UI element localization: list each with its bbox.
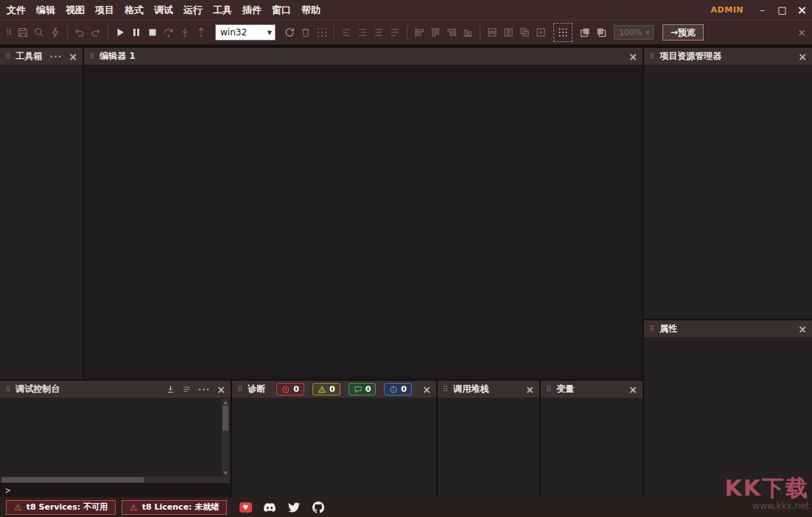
align-top-icon[interactable] (427, 24, 444, 41)
preview-button-label: →预览 (671, 27, 696, 39)
more-options-icon[interactable]: ··· (50, 53, 63, 60)
menu-edit[interactable]: 编辑 (36, 4, 55, 17)
clear-output-icon[interactable] (182, 384, 192, 394)
drag-handle-icon[interactable]: ⠿ (5, 52, 10, 60)
preview-button[interactable]: →预览 (662, 24, 704, 41)
undo-icon[interactable] (71, 24, 88, 41)
toolbox-close-icon[interactable]: × (69, 52, 77, 62)
menu-window[interactable]: 窗口 (272, 4, 291, 17)
stop-icon[interactable] (144, 24, 161, 41)
drag-handle-icon[interactable]: ⠿ (649, 325, 654, 333)
redo-icon[interactable] (88, 24, 104, 41)
drag-handle-icon[interactable]: ⠿ (5, 385, 10, 393)
align-right-icon[interactable] (444, 24, 460, 41)
save-icon[interactable] (15, 24, 31, 41)
drag-handle-icon[interactable]: ⠿ (89, 52, 94, 60)
same-height-icon[interactable] (500, 24, 517, 41)
flash-icon[interactable] (47, 24, 63, 41)
distribute-lines-1-icon[interactable] (338, 24, 354, 41)
search-icon[interactable] (31, 24, 47, 41)
editor-close-icon[interactable]: × (629, 52, 637, 62)
menu-debug[interactable]: 调试 (154, 4, 173, 17)
send-to-back-icon[interactable] (593, 24, 609, 41)
vertical-scrollbar[interactable]: ▲ ▼ (222, 398, 229, 476)
step-over-icon[interactable] (161, 24, 177, 41)
distribute-lines-3-icon[interactable] (371, 24, 387, 41)
refresh-icon[interactable] (281, 24, 298, 41)
github-link[interactable] (312, 501, 325, 514)
scroll-down-icon[interactable]: ▼ (222, 470, 229, 475)
project-explorer-panel: ⠿ 项目资源管理器 × (644, 48, 812, 319)
step-into-icon[interactable] (177, 24, 193, 41)
snap-grid-toggle[interactable] (553, 23, 573, 42)
info-icon (389, 385, 398, 394)
menu-bar: 文件 编辑 视图 项目 格式 调试 运行 工具 插件 窗口 帮助 (0, 4, 331, 17)
call-stack-header: ⠿ 调用堆栈 × (438, 381, 539, 398)
grid-dots-icon[interactable] (314, 24, 330, 41)
scrollbar-thumb[interactable] (223, 406, 228, 431)
toolbar-close-icon[interactable]: × (797, 27, 806, 38)
toolbar-separator (108, 26, 108, 39)
more-options-icon[interactable]: ··· (198, 386, 211, 393)
toolbar-separator (480, 26, 480, 39)
menu-file[interactable]: 文件 (7, 4, 26, 17)
toolbar-separator (407, 26, 407, 39)
menu-view[interactable]: 视图 (66, 4, 85, 17)
zoom-select[interactable]: 100% ▼ (614, 25, 654, 40)
admin-account-label[interactable]: ADMIN (711, 5, 743, 15)
scrollbar-thumb[interactable] (1, 477, 144, 482)
drag-handle-icon[interactable]: ⠿ (649, 52, 654, 60)
menu-project[interactable]: 项目 (95, 4, 114, 17)
menu-plugins[interactable]: 插件 (242, 4, 262, 17)
licence-status-button[interactable]: ⚠ t8 Licence: 未就绪 (122, 500, 227, 515)
align-bottom-icon[interactable] (460, 24, 476, 41)
same-size-icon[interactable] (517, 24, 533, 41)
delete-icon[interactable] (298, 24, 314, 41)
diagnostics-close-icon[interactable]: × (422, 384, 431, 395)
call-stack-close-icon[interactable]: × (525, 384, 534, 395)
chevron-down-icon: ▼ (267, 29, 272, 36)
horizontal-scrollbar[interactable] (1, 476, 230, 483)
scroll-up-icon[interactable]: ▲ (222, 399, 229, 404)
autoscroll-icon[interactable] (166, 384, 175, 394)
warnings-badge[interactable]: 0 (312, 383, 340, 395)
bring-to-front-icon[interactable] (577, 24, 593, 41)
warning-icon (318, 385, 326, 394)
titlebar-right: ADMIN – □ × (711, 0, 812, 20)
menu-format[interactable]: 格式 (125, 4, 144, 17)
auto-size-icon[interactable] (533, 24, 549, 41)
menu-help[interactable]: 帮助 (301, 4, 321, 17)
align-left-icon[interactable] (411, 24, 427, 41)
variables-close-icon[interactable]: × (629, 384, 637, 395)
run-icon[interactable] (112, 24, 128, 41)
pause-icon[interactable] (128, 24, 144, 41)
step-out-icon[interactable] (193, 24, 209, 41)
drag-handle-icon[interactable]: ⠿ (443, 385, 448, 393)
drag-handle-icon[interactable]: ⠿ (546, 385, 551, 393)
minimize-button[interactable]: – (752, 0, 772, 20)
errors-badge[interactable]: 0 (276, 383, 304, 395)
discord-link[interactable] (263, 501, 276, 514)
errors-count: 0 (293, 384, 299, 394)
info-badge[interactable]: 0 (384, 383, 412, 395)
menu-tools[interactable]: 工具 (213, 4, 232, 17)
window-close-button[interactable]: × (792, 0, 812, 20)
distribute-lines-4-icon[interactable] (387, 24, 403, 41)
distribute-lines-2-icon[interactable] (354, 24, 371, 41)
diagnostics-badges: 0 0 0 0 (276, 383, 412, 395)
kofi-link[interactable]: ♥ (239, 501, 252, 514)
services-status-button[interactable]: ⚠ t8 Services: 不可用 (6, 500, 116, 515)
maximize-button[interactable]: □ (772, 0, 792, 20)
properties-close-icon[interactable]: × (798, 324, 807, 334)
same-width-icon[interactable] (484, 24, 500, 41)
console-input-line[interactable]: > (0, 483, 231, 497)
menu-run[interactable]: 运行 (183, 4, 203, 17)
editor-canvas[interactable] (84, 65, 643, 379)
messages-badge[interactable]: 0 (349, 383, 377, 395)
project-explorer-close-icon[interactable]: × (798, 52, 807, 62)
toolbar-grip-icon[interactable]: ⠿ (3, 24, 15, 41)
drag-handle-icon[interactable]: ⠿ (237, 385, 242, 393)
twitter-link[interactable] (287, 501, 301, 514)
target-platform-select[interactable]: win32 ▼ (215, 24, 276, 41)
debug-console-close-icon[interactable]: × (217, 384, 225, 395)
